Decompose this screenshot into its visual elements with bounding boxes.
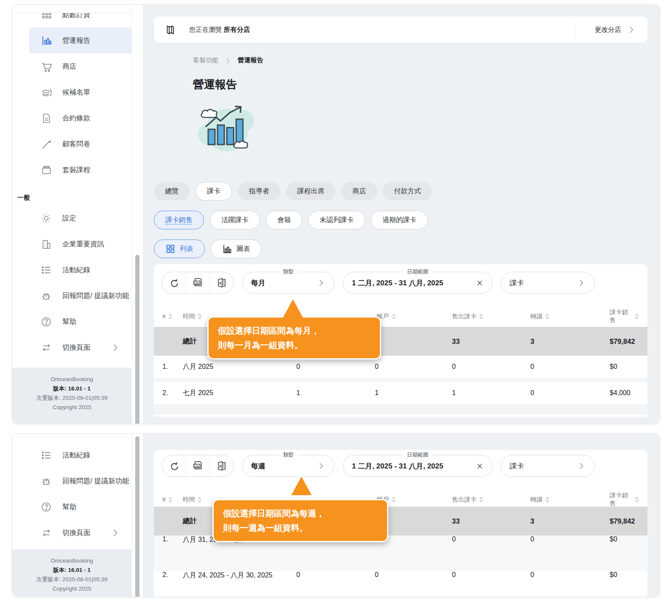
svg-text:X: X xyxy=(219,464,221,468)
date-range-value: 1 二月, 2025 - 31 八月, 2025 xyxy=(352,278,443,288)
app-name: OmceanBooking xyxy=(12,556,131,566)
sidebar-item-report-issue[interactable]: 回報問題/ 提議新功能 xyxy=(29,468,131,494)
type-value: 每週 xyxy=(251,461,265,471)
sidebar-item-switch-page[interactable]: 切換頁面 xyxy=(29,520,131,546)
sidebar-item-company-info[interactable]: 企業重要資訊 xyxy=(29,231,131,257)
sidebar-item-activity-log[interactable]: 活動紀錄 xyxy=(29,442,131,468)
date-range-value: 1 二月, 2025 - 31 八月, 2025 xyxy=(352,461,443,471)
chevron-right-icon xyxy=(224,57,232,64)
change-branch-button[interactable]: 更改分店 xyxy=(595,25,636,34)
help-icon xyxy=(40,316,52,328)
table-row: 2. 八月 24, 2025 - 八月 30, 2025 0 0 0 0 $0 xyxy=(154,571,647,596)
export-csv-button[interactable]: CSV xyxy=(186,272,209,293)
export-button-group: CSV X xyxy=(162,272,234,294)
total-transfer: 3 xyxy=(530,337,610,346)
sidebar-item-label: 商店 xyxy=(62,62,76,71)
column-header-sold[interactable]: 售出課卡 xyxy=(452,312,530,321)
total-sold: 33 xyxy=(452,337,530,346)
svg-text:X: X xyxy=(219,281,221,285)
column-header-sales[interactable]: 課卡銷售 xyxy=(610,491,639,507)
document-icon xyxy=(40,112,52,124)
tab-shop[interactable]: 商店 xyxy=(341,182,377,201)
table-toolbar: CSV X 類型 每週 日期範圍 1 二月, 2025 - 31 八月, 202… xyxy=(154,455,647,477)
date-range-field[interactable]: 日期範圍 1 二月, 2025 - 31 八月, 2025 xyxy=(343,455,492,477)
sidebar-item-help[interactable]: 幫助 xyxy=(29,309,131,334)
sort-icon xyxy=(198,314,202,319)
app-name: OmceanBooking xyxy=(12,375,131,384)
column-header-account[interactable]: -帳戶 xyxy=(375,312,452,321)
view-list-button[interactable]: 列表 xyxy=(154,240,205,258)
tab-overview[interactable]: 總覽 xyxy=(154,182,190,201)
sidebar-item-switch-page[interactable]: 切換頁面 xyxy=(29,334,131,360)
tab-instructors[interactable]: 指導者 xyxy=(238,182,280,201)
column-header-transfer[interactable]: 轉讓 xyxy=(530,496,610,504)
card-filter-value: 課卡 xyxy=(510,461,524,471)
clear-date-range-button[interactable] xyxy=(476,279,483,287)
column-header-sales[interactable]: 課卡銷售 xyxy=(610,308,639,324)
export-excel-button[interactable]: X xyxy=(209,272,233,293)
type-dropdown[interactable]: 類型 每月 xyxy=(242,272,335,294)
sort-icon xyxy=(635,314,639,319)
column-header-transfer[interactable]: 轉讓 xyxy=(530,312,610,321)
sort-icon xyxy=(392,497,396,502)
sidebar-item-label: 切換頁面 xyxy=(62,528,90,538)
sidebar-item-contract-terms[interactable]: 合約條款 xyxy=(29,105,131,131)
app-copyright: Copyright 2025 xyxy=(12,584,131,594)
sidebar-scrollbar-thumb[interactable] xyxy=(135,436,139,597)
app-version: 版本: 16.01 - 1 xyxy=(12,566,131,575)
column-header-num[interactable]: # xyxy=(162,313,183,320)
tab-class-attendance[interactable]: 課程出席 xyxy=(286,182,335,201)
sidebar-item-label: 合約條款 xyxy=(62,114,90,123)
date-range-field[interactable]: 日期範圍 1 二月, 2025 - 31 八月, 2025 xyxy=(343,272,492,294)
sidebar-item-waitlist[interactable]: 候補名單 xyxy=(29,79,131,105)
sidebar-scrollbar-thumb[interactable] xyxy=(135,255,139,424)
sidebar-item-help[interactable]: 幫助 xyxy=(29,494,131,520)
column-header-sold[interactable]: 售出課卡 xyxy=(452,496,530,504)
sidebar-nav: 點數訂貨 營運報告 商店 候補名單 合約條款 顧客問卷 xyxy=(12,13,131,360)
export-excel-button[interactable]: X xyxy=(209,455,233,477)
table-row: 2. 七月 2025 1 1 1 0 $4,000 xyxy=(154,382,647,408)
report-subtabs: 課卡銷售 活躍課卡 會籍 未認列課卡 過期的課卡 xyxy=(154,211,647,229)
app-version: 版本: 16.01 - 1 xyxy=(12,384,131,393)
tooltip-arrow xyxy=(291,477,312,495)
tab-payment-methods[interactable]: 付款方式 xyxy=(383,182,432,201)
sidebar-item-settings[interactable]: 設定 xyxy=(29,205,131,231)
chart-icon xyxy=(222,244,232,254)
table-toolbar: CSV X 類型 每月 日期範圍 1 二月, 2025 - 31 八月, 202… xyxy=(154,272,647,294)
sidebar-item-activity-log[interactable]: 活動紀錄 xyxy=(29,257,131,283)
sidebar-item-package-courses[interactable]: 套裝課程 xyxy=(29,157,131,183)
view-chart-button[interactable]: 圖表 xyxy=(211,240,262,258)
card-filter-dropdown[interactable]: 課卡 xyxy=(501,272,595,294)
sidebar-item-label: 幫助 xyxy=(62,317,76,326)
subtab-expired-cards[interactable]: 過期的課卡 xyxy=(371,211,428,229)
swap-icon xyxy=(40,342,52,354)
subtab-unrecognized-cards[interactable]: 未認列課卡 xyxy=(308,211,365,229)
branch-bar: 您正在瀏覽 所有分店 更改分店 xyxy=(154,17,647,43)
sidebar-item-report-issue[interactable]: 回報問題/ 提議新功能 xyxy=(29,283,131,309)
tab-course-cards[interactable]: 課卡 xyxy=(195,182,232,201)
sidebar-item-points-orders[interactable]: 點數訂貨 xyxy=(29,13,131,28)
type-dropdown[interactable]: 類型 每週 xyxy=(242,455,335,477)
sidebar-item-shop[interactable]: 商店 xyxy=(29,53,131,79)
map-icon xyxy=(165,24,176,36)
sidebar-item-operation-report[interactable]: 營運報告 xyxy=(29,28,131,53)
export-button-group: CSV X xyxy=(162,455,234,477)
bug-icon xyxy=(40,290,52,302)
subtab-membership[interactable]: 會籍 xyxy=(266,211,302,229)
chevron-right-icon xyxy=(111,528,120,538)
export-csv-button[interactable]: CSV xyxy=(186,455,209,477)
sidebar-item-customer-survey[interactable]: 顧客問卷 xyxy=(29,131,131,157)
cart-icon xyxy=(40,61,52,72)
sort-icon xyxy=(198,497,202,502)
subtab-active-cards[interactable]: 活躍課卡 xyxy=(210,211,260,229)
breadcrumb-parent[interactable]: 客製功能 xyxy=(193,56,218,64)
refresh-button[interactable] xyxy=(162,455,186,477)
clear-date-range-button[interactable] xyxy=(476,463,483,470)
tooltip-arrow xyxy=(283,299,303,318)
refresh-button[interactable] xyxy=(162,272,186,293)
subtab-card-sales[interactable]: 課卡銷售 xyxy=(154,211,204,229)
chevron-right-icon xyxy=(317,462,326,470)
sidebar-item-label: 回報問題/ 提議新功能 xyxy=(62,477,129,486)
card-filter-dropdown[interactable]: 課卡 xyxy=(501,455,595,477)
column-header-num[interactable]: # xyxy=(162,496,183,503)
